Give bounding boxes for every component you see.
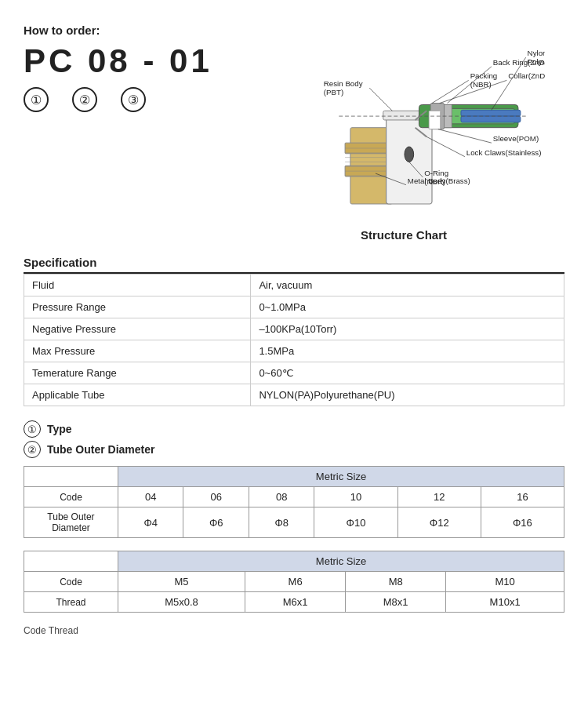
right-section: Back Ring(ZnDC) Packing (NBR) Collar(ZnD…: [243, 43, 564, 242]
spec-label-5: Applicable Tube: [24, 384, 251, 406]
circle-2: ②: [72, 87, 97, 112]
how-to-order-label: How to order:: [24, 24, 564, 37]
part-number: PC 08 - 01: [24, 43, 243, 79]
structure-title: Structure Chart: [361, 228, 447, 242]
val1-0: Φ4: [118, 507, 183, 538]
specification-table: FluidAir, vacuumPressure Range0~1.0MPaNe…: [24, 274, 564, 406]
svg-text:Packing: Packing: [470, 71, 498, 80]
code1-4: 12: [397, 487, 481, 507]
code1-3: 10: [314, 487, 397, 507]
val1-2: Φ8: [249, 507, 314, 538]
top-section: PC 08 - 01 ① ② ③: [24, 43, 564, 242]
tube-diameter-label: Tube Outer Diameter: [47, 443, 154, 456]
svg-line-36: [438, 129, 492, 144]
code2-3: M10: [446, 572, 564, 592]
code2-0: M5: [118, 572, 245, 592]
code1-0: 04: [118, 487, 183, 507]
val1-4: Φ12: [397, 507, 481, 538]
svg-text:Polyurethane Tube: Polyurethane Tube: [528, 57, 545, 66]
code1-label: Code: [24, 487, 118, 507]
code-thread-section: Code Thread: [24, 625, 564, 636]
svg-point-18: [405, 147, 414, 162]
val1-5: Φ16: [481, 507, 564, 538]
svg-rect-21: [429, 111, 441, 129]
svg-rect-14: [461, 110, 521, 116]
metric-table2-wrap: Metric Size Code M5 M6 M8 M10 Thread M5x…: [24, 551, 564, 613]
metric2-header: Metric Size: [118, 551, 564, 572]
left-section: PC 08 - 01 ① ② ③: [24, 43, 243, 112]
val2-2: M8x1: [346, 592, 446, 613]
metric-table1-wrap: Metric Size Code 04 06 08 10 12 16 Tube …: [24, 466, 564, 538]
spec-label-1: Pressure Range: [24, 296, 251, 318]
specification-section: Specification FluidAir, vacuumPressure R…: [24, 256, 564, 406]
code-thread-label: Code Thread: [24, 625, 78, 636]
svg-rect-15: [461, 116, 521, 122]
code1-1: 06: [183, 487, 249, 507]
spec-label-0: Fluid: [24, 275, 251, 296]
spec-label-2: Negative Pressure: [24, 318, 251, 340]
row1-label: Tube Outer Diameter: [24, 507, 118, 538]
tube-diameter-line: ② Tube Outer Diameter: [24, 441, 564, 458]
metric1-header: Metric Size: [118, 467, 564, 487]
circle-1: ①: [24, 87, 49, 112]
svg-text:(PBT): (PBT): [324, 88, 343, 96]
type-circle: ①: [24, 420, 41, 438]
val1-3: Φ10: [314, 507, 397, 538]
type-section: ① Type ② Tube Outer Diameter: [24, 420, 564, 458]
tube-circle: ②: [24, 441, 41, 458]
svg-text:Sleeve(POM): Sleeve(POM): [493, 134, 539, 143]
spec-value-3: 1.5MPa: [251, 340, 564, 362]
metric-table1: Metric Size Code 04 06 08 10 12 16 Tube …: [24, 466, 564, 538]
val2-1: M6x1: [245, 592, 346, 613]
metric-table2: Metric Size Code M5 M6 M8 M10 Thread M5x…: [24, 551, 564, 613]
code2-2: M8: [346, 572, 446, 592]
circled-numbers: ① ② ③: [24, 87, 243, 112]
svg-text:(NBR): (NBR): [470, 80, 492, 89]
spec-label-3: Max Pressure: [24, 340, 251, 362]
specification-title: Specification: [24, 256, 564, 274]
val2-0: M5x0.8: [118, 592, 245, 613]
spec-value-1: 0~1.0MPa: [251, 296, 564, 318]
svg-text:Nylon Tube: Nylon Tube: [528, 49, 545, 57]
spec-label-4: Temerature Range: [24, 362, 251, 384]
svg-text:Resin Body: Resin Body: [324, 79, 363, 88]
svg-text:Lock Claws(Stainless): Lock Claws(Stainless): [466, 148, 542, 157]
spec-value-4: 0~60℃: [251, 362, 564, 384]
code2-1: M6: [245, 572, 346, 592]
spec-value-5: NYLON(PA)Polyurethane(PU): [251, 384, 564, 406]
val1-1: Φ6: [183, 507, 249, 538]
circle-3: ③: [121, 87, 146, 112]
type-label: Type: [47, 423, 72, 435]
svg-line-33: [369, 88, 392, 111]
structure-diagram: Back Ring(ZnDC) Packing (NBR) Collar(ZnD…: [263, 43, 545, 224]
code1-2: 08: [249, 487, 314, 507]
spec-value-2: –100KPa(10Torr): [251, 318, 564, 340]
row2-label: Thread: [24, 592, 118, 613]
svg-text:Metal Body(Brass): Metal Body(Brass): [408, 176, 470, 185]
code2-label: Code: [24, 572, 118, 592]
val2-3: M10x1: [446, 592, 564, 613]
code1-5: 16: [481, 487, 564, 507]
type-line: ① Type: [24, 420, 564, 438]
spec-value-0: Air, vacuum: [251, 275, 564, 296]
